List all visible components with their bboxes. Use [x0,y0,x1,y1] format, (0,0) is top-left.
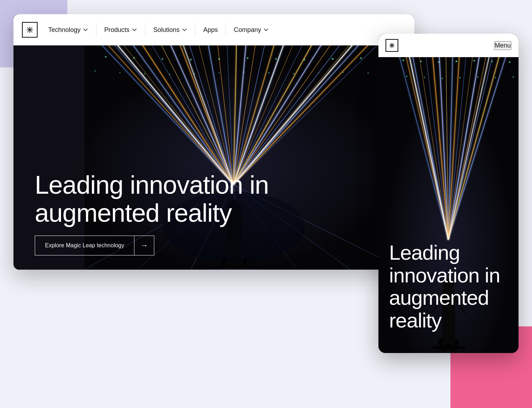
svg-point-48 [293,73,294,75]
nav-company[interactable]: Company [226,14,277,45]
desktop-cta-button[interactable]: Explore Magic Leap technology → [35,236,154,255]
svg-point-125 [442,78,443,79]
mobile-menu-button[interactable]: Menu [494,41,511,50]
svg-point-153 [431,345,466,350]
svg-point-42 [144,73,145,75]
cta-arrow-icon: → [134,236,154,255]
svg-point-127 [477,76,478,78]
svg-point-29 [105,56,107,58]
desktop-logo[interactable] [22,22,38,38]
nav-technology[interactable]: Technology [40,14,96,45]
svg-point-120 [473,60,475,62]
mobile-hero-text: Leading innovation in augmented reality [389,241,508,332]
cta-label: Explore Magic Leap technology [35,237,134,254]
svg-point-32 [190,59,192,61]
desktop-navbar: Technology Products Solutions [13,14,414,45]
svg-point-129 [512,76,514,78]
svg-point-41 [119,72,121,73]
mobile-card: Menu Leading innovation in augmented rea… [378,34,519,353]
desktop-card: Technology Products Solutions [13,14,414,270]
svg-point-126 [459,77,461,78]
nav-solutions[interactable]: Solutions [145,14,195,45]
svg-point-116 [403,60,404,61]
svg-point-38 [360,57,362,59]
desktop-hero-text: Leading innovation in augmented reality [35,171,269,227]
svg-point-47 [268,72,270,73]
svg-point-122 [509,61,511,63]
mobile-hero-title: Leading innovation in augmented reality [389,241,508,332]
desktop-hero-title: Leading innovation in augmented reality [35,171,269,227]
nav-products[interactable]: Products [96,14,145,45]
desktop-hero-bg: Technology Products Solutions [13,14,414,270]
solutions-chevron-icon [182,27,187,33]
products-chevron-icon [132,27,137,33]
svg-rect-1 [13,14,84,270]
mobile-navbar: Menu [378,34,519,57]
svg-point-123 [406,76,408,77]
svg-point-37 [332,58,334,60]
svg-point-124 [424,77,425,78]
svg-point-45 [218,72,220,73]
svg-point-50 [343,72,344,73]
mobile-hero-bg: Menu Leading innovation in augmented rea… [378,34,519,353]
svg-point-119 [456,61,458,62]
svg-point-31 [162,58,164,60]
svg-point-128 [495,77,496,78]
mobile-logo[interactable] [386,39,398,52]
svg-point-35 [275,58,277,60]
svg-point-51 [367,72,369,74]
svg-point-40 [94,70,96,72]
laser-bg [13,14,414,270]
nav-apps[interactable]: Apps [195,14,226,45]
svg-point-34 [247,57,249,59]
company-chevron-icon [263,27,269,33]
technology-chevron-icon [83,27,88,33]
